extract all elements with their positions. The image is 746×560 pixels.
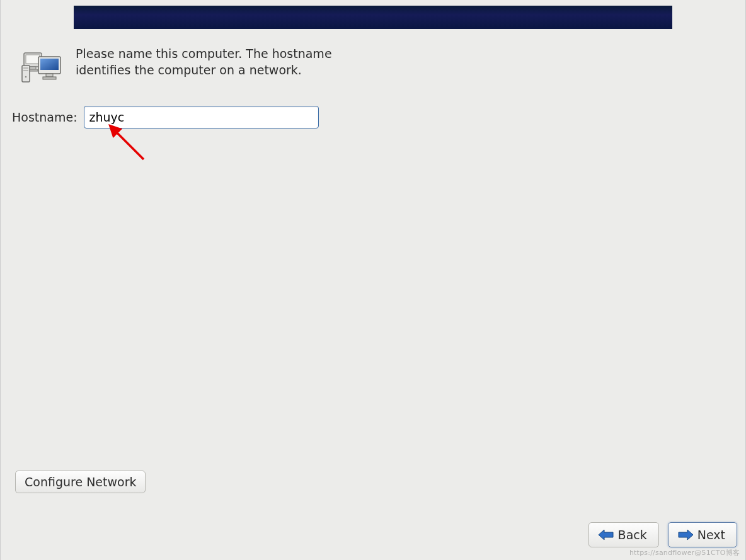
svg-rect-11	[23, 70, 28, 71]
header-banner	[74, 6, 672, 29]
hostname-row: Hostname:	[12, 106, 319, 129]
navigation-buttons: Back Next	[588, 522, 737, 547]
next-button[interactable]: Next	[668, 522, 737, 547]
arrow-right-icon	[677, 529, 694, 541]
hostname-label: Hostname:	[12, 110, 77, 124]
annotation-arrow-icon	[107, 123, 151, 169]
watermark-text: https://sandflower@51CTO博客	[629, 548, 740, 557]
svg-rect-10	[23, 67, 28, 69]
svg-marker-16	[679, 530, 693, 540]
svg-rect-7	[46, 74, 53, 77]
hostname-input[interactable]	[84, 106, 319, 129]
description-text: Please name this computer. The hostname …	[76, 46, 340, 78]
next-label: Next	[697, 528, 725, 542]
svg-line-14	[115, 130, 144, 159]
svg-rect-6	[40, 59, 59, 70]
svg-rect-8	[43, 77, 56, 79]
back-button[interactable]: Back	[588, 522, 659, 547]
svg-rect-2	[30, 67, 36, 69]
network-computers-icon	[21, 50, 66, 85]
arrow-left-icon	[598, 529, 614, 541]
configure-network-label: Configure Network	[25, 475, 136, 489]
configure-network-button[interactable]: Configure Network	[15, 471, 146, 493]
svg-point-12	[25, 76, 27, 78]
back-label: Back	[618, 528, 647, 542]
svg-rect-1	[26, 55, 40, 64]
svg-marker-15	[599, 530, 613, 540]
